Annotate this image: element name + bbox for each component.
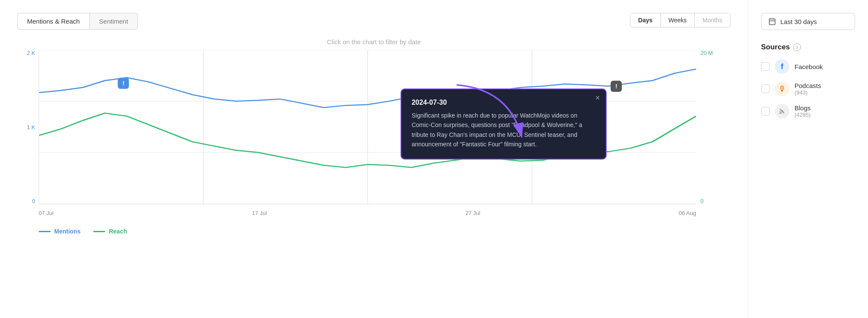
tooltip-close-button[interactable]: × bbox=[595, 94, 600, 103]
alert-icon-1: ! bbox=[122, 80, 125, 87]
source-item-facebook: f Facebook bbox=[761, 59, 855, 74]
chart-area[interactable]: ! ! × bbox=[39, 50, 696, 204]
source-info-podcasts: Podcasts (943) bbox=[795, 82, 855, 96]
date-range-button[interactable]: Last 30 days bbox=[761, 13, 855, 30]
calendar-icon bbox=[768, 18, 776, 25]
blogs-icon bbox=[775, 104, 789, 118]
y-label-1k: 1 K bbox=[27, 124, 35, 130]
x-label-17jul: 17 Jul bbox=[252, 210, 267, 216]
source-item-blogs: Blogs (4285) bbox=[761, 104, 855, 118]
source-count-blogs: (4285) bbox=[795, 112, 855, 118]
x-label-06aug: 06 Aug bbox=[679, 210, 697, 216]
period-months-btn[interactable]: Months bbox=[695, 13, 730, 27]
alert-icon-2: ! bbox=[615, 83, 617, 90]
y-axis-right: 20 M 0 bbox=[696, 50, 730, 204]
date-range-label: Last 30 days bbox=[780, 18, 817, 25]
tooltip-box: × 2024-07-30 Significant spike in reach … bbox=[400, 88, 607, 160]
legend-mentions-label: Mentions bbox=[54, 228, 80, 235]
svg-point-12 bbox=[779, 112, 780, 114]
info-icon: i bbox=[793, 43, 801, 51]
period-days-btn[interactable]: Days bbox=[630, 13, 660, 27]
y-axis-left: 2 K 1 K 0 bbox=[17, 50, 39, 204]
sources-title: Sources bbox=[761, 43, 790, 51]
y-label-2k: 2 K bbox=[27, 50, 35, 56]
x-label-27jul: 27 Jul bbox=[465, 210, 480, 216]
x-axis-labels: 07 Jul 17 Jul 27 Jul 06 Aug bbox=[39, 204, 696, 221]
sidebar: Last 30 days Sources i f Facebook 🎙 Podc… bbox=[748, 0, 868, 318]
tooltip-text: Significant spike in reach due to popula… bbox=[412, 111, 596, 149]
svg-rect-8 bbox=[769, 19, 775, 25]
source-item-podcasts: 🎙 Podcasts (943) bbox=[761, 82, 855, 96]
chart-section: Mentions & Reach Sentiment Days Weeks Mo… bbox=[0, 0, 748, 318]
source-name-blogs: Blogs bbox=[795, 104, 855, 112]
source-checkbox-facebook[interactable] bbox=[761, 62, 770, 71]
x-label-07jul: 07 Jul bbox=[39, 210, 54, 216]
alert-marker-1[interactable]: ! bbox=[118, 78, 129, 89]
tooltip-date: 2024-07-30 bbox=[412, 99, 596, 106]
source-checkbox-podcasts[interactable] bbox=[761, 85, 770, 93]
y-right-label-20m: 20 M bbox=[700, 50, 713, 56]
chart-wrapper[interactable]: 2 K 1 K 0 bbox=[17, 50, 730, 221]
legend-mentions-line bbox=[39, 231, 51, 232]
tab-mentions-reach[interactable]: Mentions & Reach bbox=[17, 13, 89, 30]
y-label-0: 0 bbox=[32, 198, 35, 204]
period-weeks-btn[interactable]: Weeks bbox=[661, 13, 695, 27]
source-checkbox-blogs[interactable] bbox=[761, 107, 770, 115]
tab-sentiment[interactable]: Sentiment bbox=[89, 13, 138, 30]
legend-reach-label: Reach bbox=[109, 228, 127, 235]
source-name-facebook: Facebook bbox=[795, 63, 855, 70]
chart-hint: Click on the chart to filter by date bbox=[17, 38, 730, 45]
facebook-icon: f bbox=[775, 59, 789, 74]
chart-legend: Mentions Reach bbox=[17, 228, 730, 235]
period-selector: Days Weeks Months bbox=[630, 13, 730, 27]
source-info-blogs: Blogs (4285) bbox=[795, 104, 855, 118]
source-name-podcasts: Podcasts bbox=[795, 82, 855, 89]
legend-reach-line bbox=[93, 231, 105, 232]
legend-reach: Reach bbox=[93, 228, 127, 235]
source-info-facebook: Facebook bbox=[795, 63, 855, 70]
podcasts-icon: 🎙 bbox=[775, 82, 789, 96]
tab-bar: Mentions & Reach Sentiment bbox=[17, 13, 730, 30]
main-container: Mentions & Reach Sentiment Days Weeks Mo… bbox=[0, 0, 868, 318]
source-count-podcasts: (943) bbox=[795, 89, 855, 96]
sources-header: Sources i bbox=[761, 43, 855, 51]
rss-icon bbox=[778, 107, 786, 115]
y-right-label-0: 0 bbox=[700, 198, 703, 204]
alert-marker-2[interactable]: ! bbox=[611, 81, 622, 92]
legend-mentions: Mentions bbox=[39, 228, 80, 235]
